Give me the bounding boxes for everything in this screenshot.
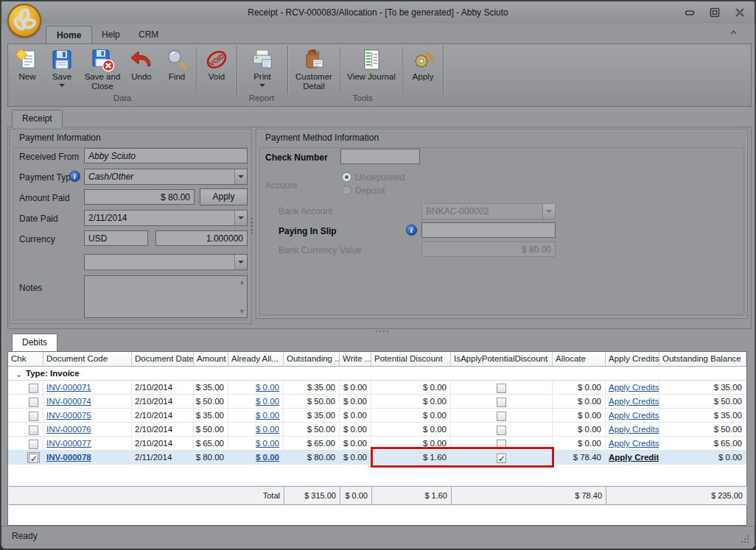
info-icon[interactable]: i (406, 225, 417, 236)
dropdown-button[interactable] (234, 255, 247, 269)
document-code-link[interactable]: INV-000078 (46, 453, 91, 462)
apply-amount-button[interactable]: Apply (200, 188, 248, 205)
apply-button[interactable]: Apply (404, 46, 442, 94)
payment-type-combobox[interactable]: Cash/Other (84, 169, 248, 185)
column-header-write-off[interactable]: Write ... (340, 352, 371, 367)
document-code-link[interactable]: INV-000075 (46, 411, 91, 420)
restore-button[interactable] (707, 6, 722, 19)
already-allocated-link[interactable]: $ 0.00 (256, 453, 279, 462)
extra-combobox[interactable] (84, 254, 248, 270)
grid-header-row: Chk Document Code Document Date Amount A… (8, 352, 746, 367)
info-icon[interactable]: i (69, 171, 80, 182)
row-checkbox[interactable] (29, 426, 38, 435)
payment-method-panel: Payment Method Information Check Number … (256, 129, 748, 319)
close-button[interactable] (732, 6, 747, 19)
already-allocated-link[interactable]: $ 0.00 (256, 411, 279, 420)
section-splitter-horizontal[interactable] (7, 329, 752, 334)
document-code-link[interactable]: INV-000071 (46, 383, 91, 392)
tab-receipt[interactable]: Receipt (12, 110, 63, 127)
document-code-link[interactable]: INV-000074 (46, 397, 91, 406)
received-from-input[interactable] (84, 148, 248, 163)
undo-button[interactable]: Undo (125, 46, 158, 94)
currency-code-input[interactable] (84, 230, 148, 246)
row-checkbox[interactable] (29, 454, 38, 463)
column-header-document-date[interactable]: Document Date (132, 352, 194, 367)
print-button[interactable]: Print (238, 46, 287, 94)
apply-credits-link[interactable]: Apply Credits (609, 453, 659, 462)
column-header-document-code[interactable]: Document Code (43, 352, 132, 367)
table-row[interactable]: INV-000076 2/10/2014 $ 50.00 $ 0.00 $ 50… (8, 423, 746, 437)
column-header-amount[interactable]: Amount (194, 352, 228, 367)
date-paid-combobox[interactable]: 2/11/2014 (84, 210, 248, 226)
column-header-chk[interactable]: Chk (8, 352, 43, 367)
already-allocated-link[interactable]: $ 0.00 (256, 439, 279, 448)
is-apply-checkbox[interactable] (497, 398, 506, 407)
apply-credits-link[interactable]: Apply Credits (609, 383, 659, 392)
column-header-outstanding[interactable]: Outstanding ... (284, 352, 340, 367)
group-row-type-invoice[interactable]: ⌄ Type: Invoice (8, 367, 746, 381)
notes-textarea[interactable]: ▲ ▼ (84, 275, 248, 318)
column-header-already-allocated[interactable]: Already All... (228, 352, 284, 367)
row-checkbox[interactable] (29, 440, 38, 449)
minimize-button[interactable] (682, 6, 697, 19)
amount-paid-input[interactable] (84, 189, 195, 205)
row-checkbox[interactable] (29, 384, 38, 393)
new-document-icon (15, 47, 40, 72)
tab-help[interactable]: Help (91, 26, 130, 43)
tab-home[interactable]: Home (46, 26, 92, 43)
view-journal-button[interactable]: View Journal (341, 46, 402, 94)
panel-splitter-vertical[interactable] (251, 131, 254, 319)
tab-crm[interactable]: CRM (128, 26, 169, 43)
highlight-rectangle (371, 447, 554, 468)
document-code-link[interactable]: INV-000076 (46, 425, 91, 434)
bank-currency-value-label: Bank Currency Value (279, 245, 362, 255)
customer-detail-button[interactable]: Customer Detail (289, 46, 339, 94)
column-header-potential-discount[interactable]: Potential Discount (371, 352, 451, 367)
group-label-data: Data (8, 94, 237, 102)
collapse-ribbon-button[interactable] (729, 28, 738, 36)
find-button[interactable]: Find (158, 46, 195, 94)
document-code-link[interactable]: INV-000077 (46, 439, 91, 448)
currency-rate-input[interactable] (155, 230, 248, 246)
table-row[interactable]: INV-000071 2/10/2014 $ 35.00 $ 0.00 $ 35… (8, 381, 746, 395)
resize-grip[interactable] (741, 535, 750, 544)
save-dropdown-arrow-icon[interactable] (59, 84, 65, 87)
check-number-input[interactable] (340, 149, 420, 164)
column-header-outstanding-balance[interactable]: Outstanding Balance (659, 352, 746, 367)
paying-in-slip-input[interactable] (421, 222, 556, 238)
save-button[interactable]: Save (43, 46, 80, 94)
apply-credits-link[interactable]: Apply Credits (609, 397, 659, 406)
print-dropdown-arrow-icon[interactable] (259, 84, 265, 87)
is-apply-checkbox[interactable] (497, 384, 506, 393)
is-apply-checkbox[interactable] (497, 426, 506, 435)
apply-credits-link[interactable]: Apply Credits (609, 439, 659, 448)
total-outstanding-balance: $ 235.00 (660, 487, 747, 504)
save-and-close-button[interactable]: Save and Close (80, 46, 125, 94)
title-bar[interactable]: Receipt - RCV-000083/Allocation - [To be… (1, 1, 755, 24)
row-checkbox[interactable] (29, 398, 38, 407)
dropdown-button[interactable] (234, 169, 247, 184)
chevron-down-icon (238, 216, 244, 219)
is-apply-checkbox[interactable] (497, 412, 506, 421)
apply-credits-link[interactable]: Apply Credits (609, 425, 659, 434)
scroll-down-icon[interactable]: ▼ (239, 308, 245, 315)
new-button[interactable]: New (11, 46, 43, 94)
table-row[interactable]: INV-000075 2/10/2014 $ 35.00 $ 0.00 $ 35… (8, 409, 746, 423)
currency-label: Currency (19, 234, 55, 244)
scroll-up-icon[interactable]: ▲ (239, 278, 245, 286)
table-row[interactable]: INV-000074 2/10/2014 $ 50.00 $ 0.00 $ 50… (8, 395, 746, 409)
tab-debits[interactable]: Debits (12, 334, 57, 351)
dropdown-button[interactable] (234, 211, 247, 225)
column-header-isapplypotentialdiscount[interactable]: IsApplyPotentialDiscount (451, 352, 553, 367)
already-allocated-link[interactable]: $ 0.00 (256, 425, 279, 434)
row-checkbox[interactable] (29, 412, 38, 421)
void-button[interactable]: VOID Void (197, 46, 236, 94)
apply-credits-link[interactable]: Apply Credits (609, 411, 659, 420)
receipt-page: Payment Information Received From Paymen… (7, 127, 752, 329)
column-header-apply-credits[interactable]: Apply Credits (606, 352, 659, 367)
close-icon (734, 7, 746, 18)
collapse-group-icon[interactable]: ⌄ (15, 367, 22, 381)
column-header-allocate[interactable]: Allocate (553, 352, 606, 367)
already-allocated-link[interactable]: $ 0.00 (256, 397, 279, 406)
already-allocated-link[interactable]: $ 0.00 (256, 383, 279, 392)
